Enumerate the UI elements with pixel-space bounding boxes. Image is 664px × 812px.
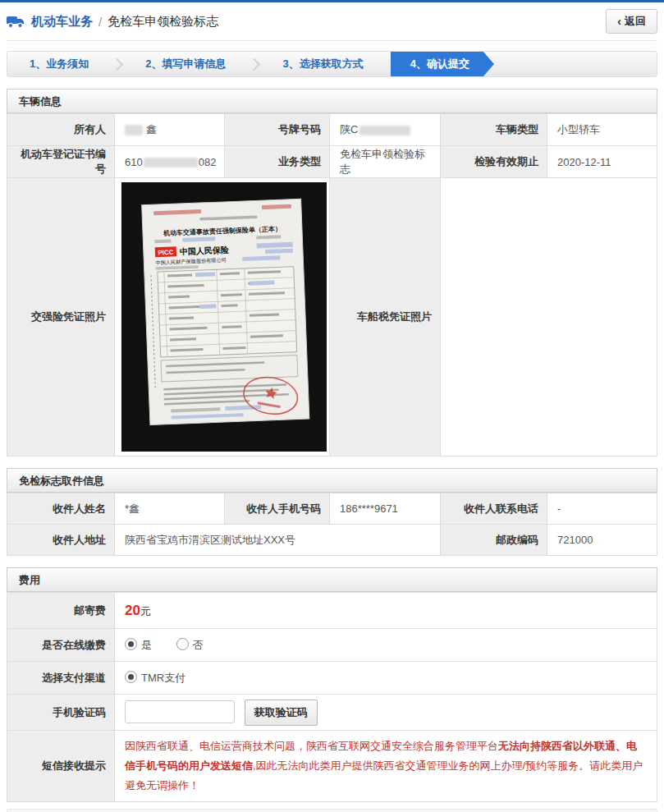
svg-text:中国人民保险: 中国人民保险 [180,245,229,256]
insurance-document-photo: 机动车交通事故责任强制保险单（正本） PICC 中国人民保险 中国人民财产保险股… [121,182,327,452]
pickup-info-title: 免检标志取件信息 [7,468,657,493]
plate-value: 陕C [330,114,441,146]
online-pay-no-label[interactable]: 否 [193,639,204,651]
biz-type-label: 业务类型 [225,146,330,178]
validity-value: 2020-12-11 [547,146,657,178]
get-code-button[interactable]: 获取验证码 [245,700,318,726]
owner-value: 鑫 [115,114,225,146]
page-header: 机动车业务 / 免检车申领检验标志 ‹ 返回 [7,2,657,41]
truck-icon [7,15,25,29]
svg-text:PICC: PICC [158,249,174,257]
online-pay-yes-label[interactable]: 是 [141,639,152,651]
recipient-mobile-label: 收件人手机号码 [225,493,330,525]
postage-unit: 元 [140,605,151,617]
sms-code-field-row: 获取验证码 [115,695,657,731]
online-pay-label: 是否在线缴费 [7,629,115,662]
chevron-right-icon [111,57,124,71]
page-title: 免检车申领检验标志 [108,14,218,30]
breadcrumb-separator: / [98,15,102,29]
vehicle-info-title: 车辆信息 [7,89,657,113]
sms-notice-text: 因陕西省联通、电信运营商技术问题，陕西省互联网交通安全综合服务管理平台无法向持陕… [115,731,657,802]
online-pay-yes-radio[interactable] [125,638,137,650]
tmr-pay-label[interactable]: TMR支付 [141,672,185,684]
chevron-right-icon [248,57,261,71]
postcode-label: 邮政编码 [441,525,547,556]
vehicle-type-value: 小型轿车 [547,114,657,146]
back-button-label: 返回 [625,14,646,29]
recipient-name-value: *鑫 [115,493,225,525]
sms-notice-label: 短信接收提示 [7,731,115,802]
step-1-notice[interactable]: 1、业务须知 [7,52,111,76]
postage-value: 20元 [115,593,657,629]
recipient-mobile-value: 186****9671 [330,493,441,525]
redaction-blur [125,125,143,135]
sms-code-label: 手机验证码 [7,695,115,731]
validity-label: 检验有效期止 [441,146,547,178]
tax-photo-label: 车船税凭证照片 [330,178,441,456]
postcode-value: 721000 [547,525,657,556]
chevron-left-icon: ‹ [617,16,621,27]
pickup-info-section: 免检标志取件信息 收件人姓名 *鑫 收件人手机号码 186****9671 收件… [7,468,657,556]
redaction-blur [359,126,410,135]
page-container: 机动车业务 / 免检车申领检验标志 ‹ 返回 1、业务须知 2、填写申请信息 3… [7,2,657,812]
step-4-confirm-submit: 4、确认提交 [391,52,494,76]
reg-cert-value: 610082 [115,146,225,178]
tax-photo-empty-cell [441,178,657,456]
vehicle-info-table: 所有人 鑫 号牌号码 陕C 车辆类型 小型轿车 机动车登记证书编号 610082… [7,113,657,456]
recipient-address-label: 收件人地址 [7,525,115,556]
recipient-address-value: 陕西省宝鸡市渭滨区测试地址XXX号 [115,525,441,556]
redaction-blur [144,158,198,167]
fee-title: 费用 [7,567,657,592]
pickup-info-table: 收件人姓名 *鑫 收件人手机号码 186****9671 收件人联系电话 - 收… [7,493,657,556]
postage-label: 邮寄费 [7,593,115,629]
sms-code-input[interactable] [125,700,235,723]
recipient-phone-value: - [547,493,657,525]
recipient-name-label: 收件人姓名 [7,493,115,525]
step-3-delivery-method[interactable]: 3、选择获取方式 [260,52,385,76]
owner-label: 所有人 [7,114,115,146]
fee-section: 费用 邮寄费 20元 是否在线缴费 是 否 选择支付渠道 TMR支付 [7,567,657,802]
vehicle-info-section: 车辆信息 所有人 鑫 号牌号码 陕C 车辆类型 小型轿车 机动车登记证书编号 6… [7,89,657,456]
plate-label: 号牌号码 [225,114,330,146]
biz-type-value: 免检车申领检验标志 [330,146,441,178]
vehicle-type-label: 车辆类型 [441,114,547,146]
pay-channel-options: TMR支付 [115,662,657,695]
postage-amount: 20 [125,603,140,618]
insurance-photo-label: 交强险凭证照片 [7,178,115,456]
recipient-phone-label: 收件人联系电话 [441,493,547,525]
steps-bar: 1、业务须知 2、填写申请信息 3、选择获取方式 4、确认提交 [7,51,657,77]
tmr-pay-radio[interactable] [125,671,137,683]
insurance-photo[interactable]: 机动车交通事故责任强制保险单（正本） PICC 中国人民保险 中国人民财产保险股… [115,178,330,456]
reg-cert-label: 机动车登记证书编号 [7,146,115,178]
pay-channel-label: 选择支付渠道 [7,662,115,695]
back-button[interactable]: ‹ 返回 [606,9,657,34]
module-title: 机动车业务 [31,14,93,30]
online-pay-no-radio[interactable] [176,638,189,650]
breadcrumb: 机动车业务 / 免检车申领检验标志 [7,14,218,30]
footer-bar: 上一步 完成 [7,809,657,812]
step-2-fill-info[interactable]: 2、填写申请信息 [123,52,248,76]
fee-table: 邮寄费 20元 是否在线缴费 是 否 选择支付渠道 TMR支付 手机验证码 [7,592,657,802]
online-pay-options: 是 否 [115,629,657,662]
